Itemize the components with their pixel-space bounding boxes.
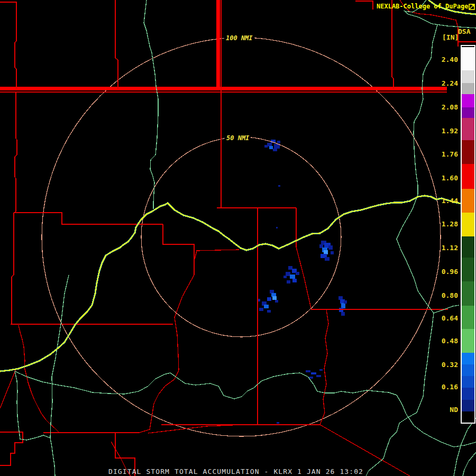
precip-cell xyxy=(273,149,277,151)
county-line xyxy=(0,432,23,465)
scale-label: 0.64 xyxy=(426,314,458,323)
precip-cell xyxy=(275,300,278,303)
precip-cell xyxy=(264,305,269,308)
ring-label-100nmi: 100 NMI xyxy=(224,35,254,42)
colorbar-segment xyxy=(462,353,474,364)
state-boundary-thick xyxy=(0,87,447,90)
precip-cell xyxy=(328,245,333,250)
precip-cell xyxy=(319,244,323,248)
colorbar-segment xyxy=(462,47,474,70)
colorbar-segment xyxy=(462,281,474,306)
county-line xyxy=(148,425,243,433)
county-line xyxy=(19,325,59,433)
scale-label: 1.92 xyxy=(426,127,458,135)
precip-cell xyxy=(277,422,279,424)
precip-cell xyxy=(267,143,272,147)
county-line xyxy=(217,0,296,208)
precip-cell xyxy=(277,141,280,143)
precip-cell xyxy=(278,185,280,187)
ring-label-50nmi: 50 NMI xyxy=(225,135,251,142)
county-line xyxy=(14,92,17,213)
colorbar-segment xyxy=(462,376,474,388)
colorbar xyxy=(461,45,475,424)
scale-label: 0.32 xyxy=(426,361,458,369)
colorbar-segment xyxy=(462,364,474,376)
cod-logo-icon xyxy=(469,4,475,10)
scale-label: 0.48 xyxy=(426,337,458,345)
precip-cell xyxy=(296,272,299,275)
scale-label: 1.12 xyxy=(426,244,458,252)
range-ring-100 xyxy=(42,38,441,436)
scale-label: ND xyxy=(426,406,458,414)
precip-cell xyxy=(259,308,263,311)
radar-map xyxy=(0,0,476,476)
precip-cell xyxy=(319,369,323,371)
header-title: NEXLAB-College of DuPage xyxy=(377,3,468,10)
precip-cell xyxy=(269,146,273,149)
county-line xyxy=(12,213,14,324)
scale-label: 1.76 xyxy=(426,150,458,159)
precip-cell xyxy=(316,375,321,377)
colorbar-segment xyxy=(462,329,474,353)
state-boundary-thick xyxy=(216,0,220,89)
precip-cell xyxy=(344,300,347,304)
precip-cell xyxy=(288,266,292,270)
precip-cell xyxy=(267,310,271,313)
precip-cell xyxy=(272,296,277,300)
precip-cell xyxy=(339,308,343,312)
county-line xyxy=(0,2,16,89)
river-line xyxy=(463,452,476,476)
county-line xyxy=(14,213,163,224)
scale-label: 0.16 xyxy=(426,383,458,391)
precip-cell xyxy=(325,257,329,261)
precip-cell xyxy=(287,280,290,283)
radar-display: NEXLAB-College of DuPage DSA [IN] 100 NM… xyxy=(0,0,476,476)
county-line xyxy=(355,1,373,10)
precip-cell xyxy=(341,312,345,316)
colorbar-segment xyxy=(462,189,474,213)
precip-cell xyxy=(324,250,328,254)
scale-label: 1.28 xyxy=(426,220,458,228)
colorbar-segment xyxy=(462,164,474,189)
precip-cell xyxy=(271,293,276,297)
colorbar-segment xyxy=(462,70,474,83)
county-line xyxy=(139,224,194,433)
colorbar-segment xyxy=(462,388,474,400)
scale-label: 0.96 xyxy=(426,268,458,276)
colorbar-segment xyxy=(462,400,474,411)
river-line xyxy=(50,275,69,438)
scale-label: 1.44 xyxy=(426,197,458,205)
colorbar-segment xyxy=(462,213,474,236)
precip-cell xyxy=(338,296,343,300)
precip-cell xyxy=(331,251,334,254)
precip-cell xyxy=(283,276,287,278)
precip-cell xyxy=(267,297,271,301)
precip-cell xyxy=(286,272,290,276)
range-ring-50 xyxy=(141,137,341,337)
precip-cell xyxy=(306,370,310,372)
precip-cell xyxy=(292,279,297,282)
scale-label: 0.80 xyxy=(426,291,458,300)
scale-label: 2.40 xyxy=(426,56,458,64)
precip-cell xyxy=(311,372,316,374)
scale-label: 1.60 xyxy=(426,174,458,182)
county-line xyxy=(296,208,311,308)
precip-cell xyxy=(270,290,274,294)
colorbar-segment xyxy=(462,306,474,329)
river-fringe xyxy=(0,196,461,371)
county-line xyxy=(0,369,16,408)
units-label: [IN] xyxy=(442,33,459,41)
colorbar-segment xyxy=(462,140,474,164)
river-line xyxy=(15,371,55,476)
colorbar-segment xyxy=(462,236,474,258)
county-line xyxy=(115,0,118,89)
highlighted-river xyxy=(0,196,461,371)
scale-label: 2.24 xyxy=(426,79,458,88)
county-line xyxy=(320,309,328,425)
river-line xyxy=(15,371,476,447)
colorbar-segment xyxy=(462,107,474,118)
county-line xyxy=(195,250,239,259)
footer-product-title: DIGITAL STORM TOTAL ACCUMULATION - KLRX … xyxy=(108,468,363,475)
county-line xyxy=(392,0,393,89)
river-line xyxy=(144,0,158,209)
